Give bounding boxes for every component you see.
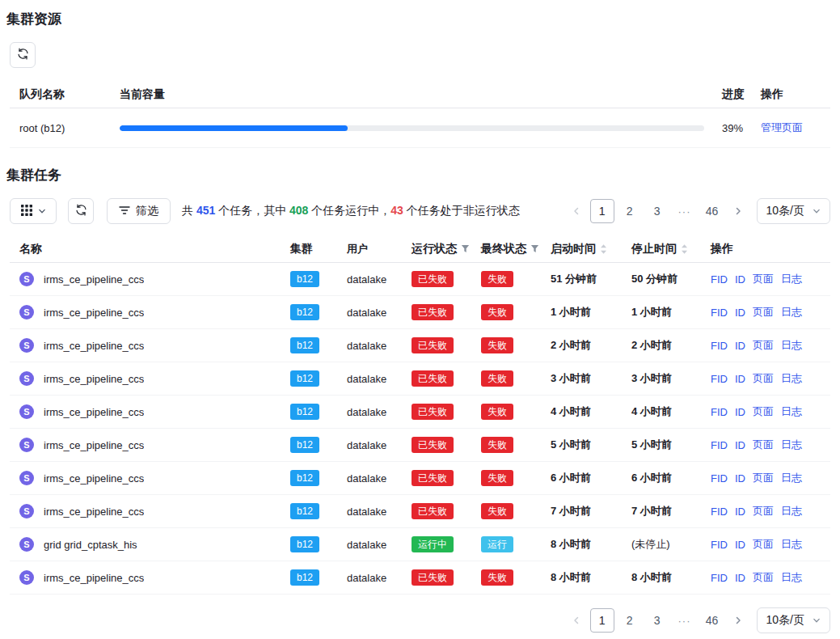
pagination-page-2[interactable]: 2: [618, 608, 642, 633]
pagination-page-2[interactable]: 2: [618, 199, 642, 223]
run-status-badge: 已失败: [412, 503, 454, 519]
page-size-select[interactable]: 10条/页: [757, 198, 830, 224]
action-link-id[interactable]: ID: [735, 273, 745, 286]
action-link-id[interactable]: ID: [735, 572, 745, 584]
row-actions: FIDID页面日志: [707, 272, 830, 286]
pagination-page-3[interactable]: 3: [645, 608, 669, 633]
final-status-cell: 失败: [478, 470, 547, 486]
task-name: irms_ce_pipeline_ccs: [44, 406, 144, 418]
summary-text: 个任务运行中，: [308, 204, 390, 217]
action-link-page[interactable]: 页面: [753, 371, 774, 386]
pagination-page-1[interactable]: 1: [590, 608, 614, 633]
task-name: irms_ce_pipeline_ccs: [44, 572, 144, 584]
action-link-log[interactable]: 日志: [781, 471, 802, 485]
col-header-cluster: 集群: [287, 242, 344, 256]
manage-page-link[interactable]: 管理页面: [761, 121, 803, 133]
action-link-log[interactable]: 日志: [781, 371, 802, 386]
avatar: S: [19, 272, 34, 286]
pagination-page-1[interactable]: 1: [590, 199, 614, 223]
page-size-value: 10条/页: [766, 204, 804, 218]
pagination-ellipsis[interactable]: ···: [673, 608, 697, 633]
action-link-fid[interactable]: FID: [711, 472, 728, 485]
action-link-page[interactable]: 页面: [753, 504, 774, 518]
action-link-page[interactable]: 页面: [753, 537, 774, 552]
final-status-cell: 失败: [478, 370, 547, 387]
action-link-id[interactable]: ID: [735, 340, 745, 352]
col-header-label: 最终状态: [481, 242, 526, 256]
table-row: S irms_ce_pipeline_ccs b12 datalake 已失败 …: [10, 263, 830, 296]
filter-button[interactable]: 筛选: [107, 198, 171, 224]
action-link-fid[interactable]: FID: [711, 307, 728, 319]
final-status-badge: 运行: [481, 536, 513, 552]
run-status-badge: 已失败: [412, 370, 454, 387]
pagination-ellipsis[interactable]: ···: [673, 199, 697, 223]
filter-icon[interactable]: [461, 244, 470, 253]
pagination-page-46[interactable]: 46: [700, 608, 724, 633]
action-link-log[interactable]: 日志: [781, 570, 802, 585]
action-link-fid[interactable]: FID: [711, 273, 728, 286]
action-link-log[interactable]: 日志: [781, 504, 802, 518]
column-settings-button[interactable]: [10, 198, 57, 224]
action-link-log[interactable]: 日志: [781, 404, 802, 419]
action-link-log[interactable]: 日志: [781, 272, 802, 286]
action-link-fid[interactable]: FID: [711, 439, 728, 451]
action-link-fid[interactable]: FID: [711, 572, 728, 584]
task-name: irms_ce_pipeline_ccs: [44, 340, 144, 352]
action-link-page[interactable]: 页面: [753, 338, 774, 353]
action-link-fid[interactable]: FID: [711, 373, 728, 385]
cluster-badge: b12: [290, 437, 319, 453]
action-cell: 管理页面: [761, 121, 830, 135]
action-link-log[interactable]: 日志: [781, 537, 802, 552]
user-name: datalake: [344, 539, 408, 551]
action-link-id[interactable]: ID: [735, 539, 745, 551]
pagination-prev[interactable]: [566, 610, 587, 631]
col-header-label: 启动时间: [551, 242, 596, 256]
cluster-badge: b12: [290, 470, 319, 486]
tasks-refresh-button[interactable]: [68, 198, 94, 224]
cluster-badge: b12: [290, 536, 319, 552]
action-link-page[interactable]: 页面: [753, 272, 774, 286]
action-link-id[interactable]: ID: [735, 439, 745, 451]
filter-icon[interactable]: [530, 244, 539, 253]
col-header-actions: 操作: [707, 242, 830, 256]
action-link-id[interactable]: ID: [735, 472, 745, 485]
sort-icon[interactable]: [681, 243, 688, 255]
resources-refresh-button[interactable]: [10, 42, 36, 68]
run-status-badge: 已失败: [412, 437, 454, 453]
avatar: S: [19, 537, 34, 552]
page-size-select-bottom[interactable]: 10条/页: [757, 607, 830, 633]
action-link-id[interactable]: ID: [735, 506, 745, 518]
action-link-log[interactable]: 日志: [781, 305, 802, 320]
pagination-page-3[interactable]: 3: [645, 199, 669, 223]
action-link-id[interactable]: ID: [735, 406, 745, 418]
action-link-page[interactable]: 页面: [753, 570, 774, 585]
action-link-page[interactable]: 页面: [753, 305, 774, 320]
name-cell: S irms_ce_pipeline_ccs: [10, 504, 287, 518]
task-name: irms_ce_pipeline_ccs: [44, 506, 144, 518]
action-link-id[interactable]: ID: [735, 373, 745, 385]
user-name: datalake: [344, 472, 408, 485]
sort-icon[interactable]: [600, 243, 607, 255]
action-link-fid[interactable]: FID: [711, 406, 728, 418]
toolbar-right: 123···46 10条/页: [566, 198, 830, 224]
start-time: 6 小时前: [547, 471, 628, 485]
action-link-fid[interactable]: FID: [711, 539, 728, 551]
row-actions: FIDID页面日志: [707, 570, 830, 585]
action-link-page[interactable]: 页面: [753, 404, 774, 419]
action-link-fid[interactable]: FID: [711, 506, 728, 518]
row-actions: FIDID页面日志: [707, 371, 830, 386]
action-link-page[interactable]: 页面: [753, 471, 774, 485]
pagination-next[interactable]: [728, 610, 749, 631]
pagination-next[interactable]: [728, 201, 749, 222]
page-size-value: 10条/页: [766, 613, 804, 628]
pagination-page-46[interactable]: 46: [700, 199, 724, 223]
action-link-id[interactable]: ID: [735, 307, 745, 319]
pagination-prev[interactable]: [566, 201, 587, 222]
resources-table: 队列名称 当前容量 进度 操作 root (b12) 39% 管理页面: [10, 81, 830, 148]
action-link-fid[interactable]: FID: [711, 340, 728, 352]
action-link-page[interactable]: 页面: [753, 438, 774, 452]
action-link-log[interactable]: 日志: [781, 338, 802, 353]
action-link-log[interactable]: 日志: [781, 438, 802, 452]
cluster-badge: b12: [290, 304, 319, 320]
cluster-cell: b12: [287, 370, 344, 387]
